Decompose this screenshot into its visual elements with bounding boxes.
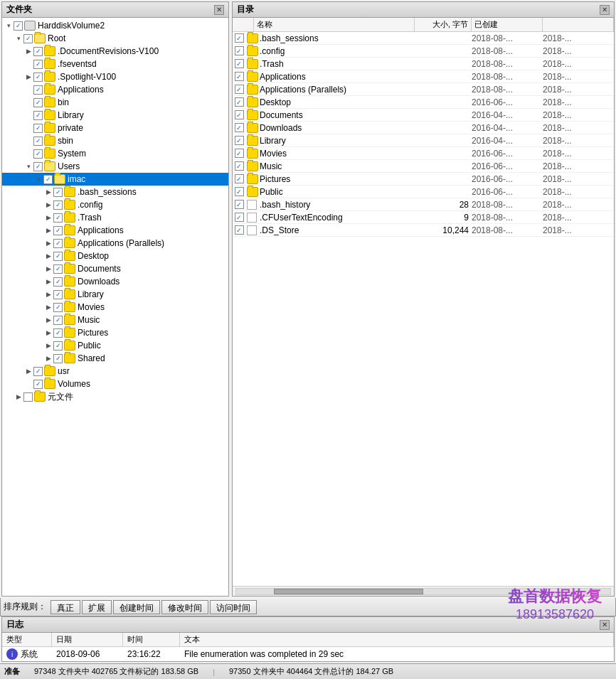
tree-item-users[interactable]: ▾Users bbox=[2, 160, 228, 173]
expander-users[interactable]: ▾ bbox=[23, 161, 33, 171]
expander-private[interactable] bbox=[23, 123, 33, 133]
tree-item-system[interactable]: System bbox=[2, 147, 228, 160]
dir-checkbox-11[interactable] bbox=[233, 174, 247, 183]
checkbox-root[interactable] bbox=[23, 34, 33, 43]
expander-volumes[interactable] bbox=[23, 379, 33, 389]
tree-item-documents[interactable]: ▶Documents bbox=[2, 262, 228, 275]
dir-row-15[interactable]: .DS_Store10,2442018-08-...2018-... bbox=[233, 224, 614, 237]
sort-btn-accessed[interactable]: 访问时间 bbox=[210, 600, 257, 614]
dir-checkbox-4[interactable] bbox=[233, 85, 247, 94]
expander-movies[interactable]: ▶ bbox=[43, 302, 53, 312]
checkbox-music[interactable] bbox=[53, 316, 63, 325]
left-panel-close-button[interactable]: ✕ bbox=[214, 5, 224, 15]
expander-library2[interactable]: ▶ bbox=[43, 289, 53, 299]
sort-btn-created[interactable]: 创建时间 bbox=[113, 600, 160, 614]
checkbox-private[interactable] bbox=[33, 124, 43, 133]
checkbox-metafile[interactable] bbox=[23, 392, 33, 402]
col-header-size[interactable]: 大小, 字节 bbox=[415, 18, 472, 31]
checkbox-fseventsd[interactable] bbox=[33, 60, 43, 69]
dir-checkbox-13[interactable] bbox=[233, 200, 247, 209]
expander-fseventsd[interactable] bbox=[23, 59, 33, 69]
dir-checkbox-1[interactable] bbox=[233, 46, 247, 55]
tree-item-shared[interactable]: ▶Shared bbox=[2, 352, 228, 365]
tree-item-library[interactable]: Library bbox=[2, 109, 228, 122]
tree-item-config[interactable]: ▶.config bbox=[2, 198, 228, 211]
dir-row-11[interactable]: Pictures2016-06-...2018-... bbox=[233, 173, 614, 186]
dir-checkbox-5[interactable] bbox=[233, 97, 247, 107]
dir-row-8[interactable]: Library2016-04-...2018-... bbox=[233, 134, 614, 147]
expander-metafile[interactable]: ▶ bbox=[14, 392, 23, 402]
tree-item-pictures[interactable]: ▶Pictures bbox=[2, 326, 228, 339]
scrollbar-thumb[interactable] bbox=[274, 589, 423, 594]
dir-row-9[interactable]: Movies2016-06-...2018-... bbox=[233, 147, 614, 160]
tree-item-applications2[interactable]: ▶Applications bbox=[2, 224, 228, 237]
checkbox-documents[interactable] bbox=[53, 264, 63, 274]
tree-item-public[interactable]: ▶Public bbox=[2, 339, 228, 352]
checkbox-downloads[interactable] bbox=[53, 277, 63, 287]
checkbox-users[interactable] bbox=[33, 162, 43, 171]
expander-root[interactable]: ▾ bbox=[14, 33, 23, 43]
tree-item-docrev[interactable]: ▶.DocumentRevisions-V100 bbox=[2, 45, 228, 58]
sort-btn-ext[interactable]: 扩展 bbox=[82, 600, 112, 614]
expander-appparallels[interactable]: ▶ bbox=[43, 238, 53, 248]
dir-checkbox-0[interactable] bbox=[233, 33, 247, 43]
expander-trash[interactable]: ▶ bbox=[43, 213, 53, 223]
tree-item-imac[interactable]: ▾imac bbox=[2, 173, 228, 186]
checkbox-pictures[interactable] bbox=[53, 328, 63, 338]
dir-checkbox-7[interactable] bbox=[233, 123, 247, 132]
tree-item-bash_sessions[interactable]: ▶.bash_sessions bbox=[2, 186, 228, 198]
right-panel-close-button[interactable]: ✕ bbox=[600, 5, 610, 15]
tree-item-movies[interactable]: ▶Movies bbox=[2, 301, 228, 314]
dir-checkbox-2[interactable] bbox=[233, 59, 247, 68]
checkbox-movies[interactable] bbox=[53, 303, 63, 312]
tree-item-music[interactable]: ▶Music bbox=[2, 314, 228, 326]
checkbox-usr[interactable] bbox=[33, 367, 43, 376]
dir-checkbox-8[interactable] bbox=[233, 136, 247, 145]
expander-docrev[interactable]: ▶ bbox=[23, 46, 33, 56]
dir-row-12[interactable]: Public2016-06-...2018-... bbox=[233, 186, 614, 198]
tree-item-spotlight[interactable]: ▶.Spotlight-V100 bbox=[2, 70, 228, 83]
checkbox-trash[interactable] bbox=[53, 213, 63, 223]
sort-btn-modified[interactable]: 修改时间 bbox=[161, 600, 208, 614]
checkbox-applications[interactable] bbox=[33, 85, 43, 95]
expander-usr[interactable]: ▶ bbox=[23, 366, 33, 376]
dir-checkbox-12[interactable] bbox=[233, 187, 247, 196]
expander-config[interactable]: ▶ bbox=[43, 200, 53, 210]
dir-row-14[interactable]: .CFUserTextEncoding92018-08-...2018-... bbox=[233, 211, 614, 224]
tree-item-bin[interactable]: bin bbox=[2, 96, 228, 109]
col-header-date2[interactable] bbox=[543, 18, 614, 31]
expander-downloads[interactable]: ▶ bbox=[43, 277, 53, 287]
tree-item-volumes[interactable]: Volumes bbox=[2, 378, 228, 390]
checkbox-volumes[interactable] bbox=[33, 380, 43, 389]
tree-item-root[interactable]: ▾Root bbox=[2, 32, 228, 45]
checkbox-bash_sessions[interactable] bbox=[53, 188, 63, 197]
dir-checkbox-14[interactable] bbox=[233, 213, 247, 222]
col-header-name[interactable]: 名称 bbox=[254, 18, 415, 31]
dir-checkbox-15[interactable] bbox=[233, 225, 247, 235]
checkbox-appparallels[interactable] bbox=[53, 239, 63, 248]
checkbox-spotlight[interactable] bbox=[33, 73, 43, 82]
dir-row-1[interactable]: .config2018-08-...2018-... bbox=[233, 45, 614, 58]
checkbox-desktop[interactable] bbox=[53, 252, 63, 261]
checkbox-library[interactable] bbox=[33, 111, 43, 120]
checkbox-library2[interactable] bbox=[53, 290, 63, 299]
expander-imac[interactable]: ▾ bbox=[33, 174, 43, 184]
expander-library[interactable] bbox=[23, 110, 33, 120]
tree-item-sbin[interactable]: sbin bbox=[2, 134, 228, 147]
checkbox-imac[interactable] bbox=[43, 175, 53, 184]
expander-system[interactable] bbox=[23, 149, 33, 159]
checkbox-system[interactable] bbox=[33, 149, 43, 159]
tree-item-hdd[interactable]: ▾HarddiskVolume2 bbox=[2, 19, 228, 32]
expander-hdd[interactable]: ▾ bbox=[4, 21, 14, 31]
dir-row-2[interactable]: .Trash2018-08-...2018-... bbox=[233, 58, 614, 70]
tree-item-fseventsd[interactable]: .fseventsd bbox=[2, 58, 228, 70]
tree-item-desktop[interactable]: ▶Desktop bbox=[2, 250, 228, 262]
expander-desktop[interactable]: ▶ bbox=[43, 251, 53, 261]
dir-row-5[interactable]: Desktop2016-06-...2018-... bbox=[233, 96, 614, 109]
dir-row-10[interactable]: Music2016-06-...2018-... bbox=[233, 160, 614, 173]
dir-row-3[interactable]: Applications2018-08-...2018-... bbox=[233, 70, 614, 83]
dir-row-6[interactable]: Documents2016-04-...2018-... bbox=[233, 109, 614, 122]
expander-documents[interactable]: ▶ bbox=[43, 264, 53, 274]
expander-bash_sessions[interactable]: ▶ bbox=[43, 187, 53, 197]
dir-row-4[interactable]: Applications (Parallels)2018-08-...2018-… bbox=[233, 83, 614, 96]
